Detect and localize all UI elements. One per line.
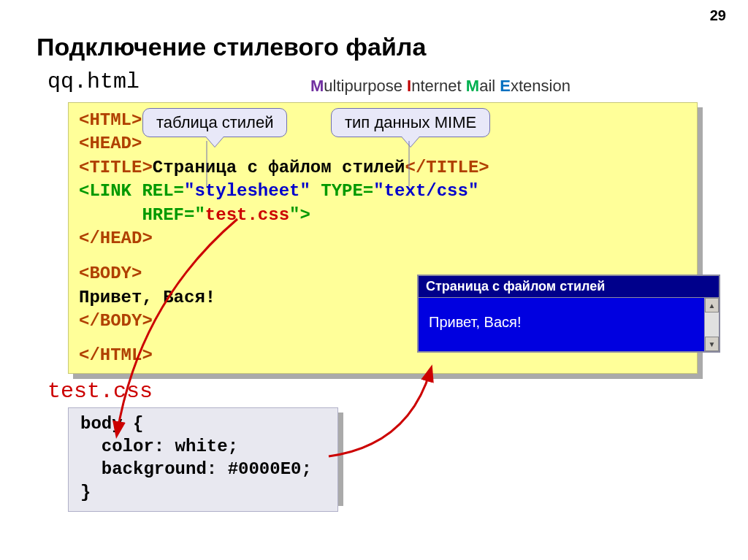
browser-titlebar: Страница с файлом стилей xyxy=(419,276,719,297)
html-filename: qq.html xyxy=(47,69,140,94)
css-code-block: body { color: white; background: #0000E0… xyxy=(68,407,338,512)
scroll-up-icon[interactable]: ▲ xyxy=(705,298,719,312)
code-line: "> xyxy=(289,205,310,225)
code-attr: "stylesheet" xyxy=(184,181,310,201)
css-filename: test.css xyxy=(47,379,153,404)
css-line: body { xyxy=(80,413,326,435)
mime-m-rest: ultipurpose xyxy=(324,77,407,95)
mime-e-rest: xtension xyxy=(511,77,570,95)
mime-m: M xyxy=(310,77,324,95)
code-href: test.css xyxy=(205,205,289,225)
css-line: color: white; xyxy=(80,435,326,458)
code-line: HREF=" xyxy=(79,205,205,225)
code-line: <LINK REL= xyxy=(79,181,184,201)
code-line: </HEAD> xyxy=(79,229,153,248)
mime-ma: M xyxy=(466,77,479,95)
code-attr: "text/css" xyxy=(373,181,478,201)
code-line: <HTML> xyxy=(79,110,142,130)
scroll-down-icon[interactable]: ▼ xyxy=(705,337,719,351)
css-line: background: #0000E0; xyxy=(80,458,326,480)
code-line: <HEAD> xyxy=(79,134,142,153)
page-number: 29 xyxy=(710,7,726,24)
code-line: </BODY> xyxy=(79,311,153,331)
mime-i-rest: nternet xyxy=(411,77,466,95)
code-line: </HTML> xyxy=(79,345,153,365)
browser-viewport: Привет, Вася! xyxy=(419,298,704,351)
mime-ma-rest: ail xyxy=(479,77,500,95)
code-line: TYPE= xyxy=(310,181,373,201)
code-text: Страница с файлом стилей xyxy=(153,158,405,177)
mime-e: E xyxy=(500,77,511,95)
code-text: Привет, Вася! xyxy=(79,288,215,307)
callout-text: таблица стилей xyxy=(156,113,273,131)
browser-preview: Страница с файлом стилей Привет, Вася! ▲… xyxy=(417,275,720,353)
callout-mime-type: тип данных MIME xyxy=(331,108,490,137)
page-title: Подключение стилевого файла xyxy=(37,33,426,61)
callout-text: тип данных MIME xyxy=(345,113,476,131)
code-line: <BODY> xyxy=(79,264,142,283)
mime-expansion: Multipurpose Internet Mail Extension xyxy=(310,77,570,96)
callout-stylesheet: таблица стилей xyxy=(142,108,287,137)
css-line: } xyxy=(80,481,326,504)
scrollbar[interactable]: ▲ ▼ xyxy=(704,298,719,351)
code-line: <TITLE> xyxy=(79,158,153,177)
code-line: </TITLE> xyxy=(405,158,489,177)
